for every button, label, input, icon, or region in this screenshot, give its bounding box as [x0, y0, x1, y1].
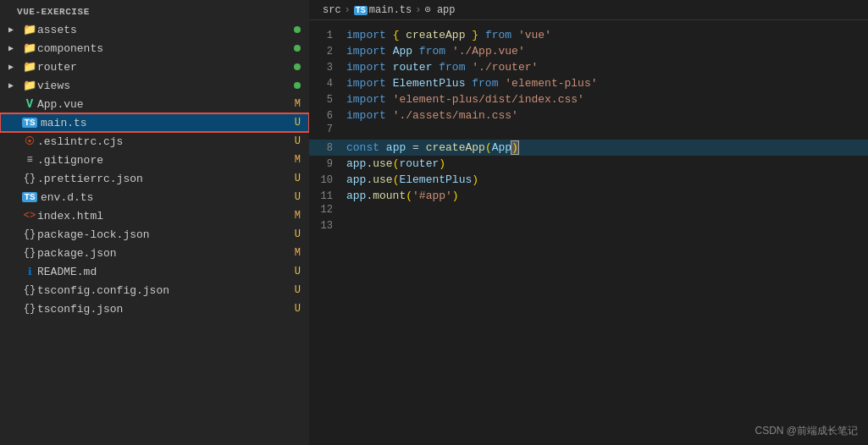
json-icon: {}: [22, 303, 37, 315]
item-label: README.md: [37, 266, 295, 278]
code-line-12: 12: [309, 204, 868, 220]
sidebar-item-eslintrc[interactable]: ▶ ⦿ .eslintrc.cjs U: [0, 132, 309, 151]
item-label: components: [37, 42, 294, 55]
status-badge: M: [295, 154, 301, 166]
line-number: 13: [316, 220, 346, 232]
item-label: assets: [37, 24, 294, 36]
status-badge: U: [295, 173, 301, 184]
code-line-6: 6 import './assets/main.css': [309, 107, 868, 124]
code-editor[interactable]: 1 import { createApp } from 'vue' 2 impo…: [309, 20, 868, 445]
eslint-icon: ⦿: [22, 135, 37, 148]
line-number: 1: [316, 30, 346, 41]
line-content: import ElementPlus from 'element-plus': [346, 75, 861, 91]
line-content: app.use(ElementPlus): [346, 172, 861, 188]
item-label: .eslintrc.cjs: [37, 135, 295, 148]
line-number: 8: [316, 142, 346, 154]
code-line-5: 5 import 'element-plus/dist/index.css': [309, 91, 868, 107]
item-label: index.html: [37, 210, 295, 222]
status-badge: U: [295, 266, 301, 277]
sidebar-item-app-vue[interactable]: ▶ V App.vue M: [0, 95, 309, 113]
editor-area: src › TSmain.ts › ⊙ app 1 import { creat…: [309, 0, 868, 445]
arrow-icon: ▶: [8, 25, 22, 35]
line-content: app.mount('#app'): [346, 188, 861, 204]
sidebar: VUE-EXERCISE ▶ 📁 assets ▶ 📁 components ▶…: [0, 0, 309, 445]
code-line-13: 13: [309, 220, 868, 236]
ts-icon: TS: [22, 118, 37, 128]
sidebar-item-prettierrc[interactable]: ▶ {} .prettierrc.json U: [0, 169, 309, 188]
git-icon: ≡: [22, 154, 37, 166]
line-number: 7: [316, 124, 346, 135]
item-label: router: [37, 61, 294, 74]
item-label: .gitignore: [37, 154, 295, 167]
code-line-4: 4 import ElementPlus from 'element-plus': [309, 75, 868, 91]
arrow-icon: ▶: [8, 62, 22, 72]
line-number: 6: [316, 110, 346, 122]
code-line-1: 1 import { createApp } from 'vue': [309, 27, 868, 43]
item-label: views: [37, 80, 294, 92]
sidebar-item-assets[interactable]: ▶ 📁 assets: [0, 20, 309, 39]
status-dot: [294, 26, 301, 33]
sidebar-item-index-html[interactable]: ▶ <> index.html M: [0, 206, 309, 225]
line-number: 10: [316, 174, 346, 186]
sidebar-item-components[interactable]: ▶ 📁 components: [0, 39, 309, 58]
breadcrumb: src › TSmain.ts › ⊙ app: [309, 0, 868, 20]
status-badge: U: [295, 228, 301, 240]
sidebar-item-readme[interactable]: ▶ ℹ README.md U: [0, 262, 309, 281]
status-badge: M: [295, 247, 301, 259]
sidebar-item-router[interactable]: ▶ 📁 router: [0, 58, 309, 76]
json-icon: {}: [22, 228, 37, 240]
status-badge: U: [295, 303, 301, 315]
line-content: import './assets/main.css': [346, 107, 861, 124]
line-number: 4: [316, 78, 346, 90]
ts-icon: TS: [22, 192, 37, 202]
code-line-9: 9 app.use(router): [309, 156, 868, 172]
sidebar-item-main-ts[interactable]: ▶ TS main.ts U: [0, 113, 309, 132]
item-label: package-lock.json: [37, 228, 295, 241]
folder-icon: 📁: [22, 23, 37, 36]
status-badge: U: [295, 117, 301, 129]
breadcrumb-sep1: ›: [345, 4, 351, 16]
status-badge: U: [295, 135, 301, 147]
code-line-2: 2 import App from './App.vue': [309, 43, 868, 59]
line-number: 2: [316, 46, 346, 58]
sidebar-item-views[interactable]: ▶ 📁 views: [0, 76, 309, 95]
line-content: import { createApp } from 'vue': [346, 27, 861, 43]
line-number: 9: [316, 158, 346, 170]
code-line-7: 7: [309, 124, 868, 140]
breadcrumb-src: src: [323, 4, 341, 16]
sidebar-item-gitignore[interactable]: ▶ ≡ .gitignore M: [0, 151, 309, 169]
watermark: CSDN @前端成长笔记: [755, 424, 858, 438]
sidebar-item-package-json[interactable]: ▶ {} package.json M: [0, 244, 309, 262]
line-number: 5: [316, 94, 346, 106]
status-badge: U: [295, 284, 301, 296]
line-content: const app = createApp(App): [346, 140, 861, 156]
item-label: package.json: [37, 247, 295, 260]
status-badge: M: [295, 210, 301, 222]
line-content: import App from './App.vue': [346, 43, 861, 59]
main-layout: VUE-EXERCISE ▶ 📁 assets ▶ 📁 components ▶…: [0, 0, 868, 445]
line-content: app.use(router): [346, 156, 861, 172]
sidebar-item-tsconfig[interactable]: ▶ {} tsconfig.json U: [0, 299, 309, 318]
code-line-10: 10 app.use(ElementPlus): [309, 172, 868, 188]
item-label: tsconfig.json: [37, 303, 295, 316]
status-dot: [294, 45, 301, 52]
status-dot: [294, 63, 301, 70]
sidebar-header: VUE-EXERCISE: [0, 3, 309, 20]
item-label: App.vue: [37, 98, 295, 111]
json-icon: {}: [22, 284, 37, 296]
folder-icon: 📁: [22, 60, 37, 74]
line-number: 12: [316, 204, 346, 216]
arrow-icon: ▶: [8, 80, 22, 91]
breadcrumb-sep2: ›: [415, 4, 421, 16]
sidebar-item-tsconfig-config[interactable]: ▶ {} tsconfig.config.json U: [0, 281, 309, 299]
folder-icon: 📁: [22, 79, 37, 92]
status-badge: U: [295, 191, 301, 203]
code-line-8: 8 const app = createApp(App): [309, 140, 868, 156]
sidebar-item-env-d[interactable]: ▶ TS env.d.ts U: [0, 188, 309, 206]
item-label: .prettierrc.json: [37, 173, 295, 185]
json-icon: {}: [22, 173, 37, 184]
code-line-3: 3 import router from './router': [309, 59, 868, 75]
line-content: import router from './router': [346, 59, 861, 75]
sidebar-item-package-lock[interactable]: ▶ {} package-lock.json U: [0, 225, 309, 244]
item-label: tsconfig.config.json: [37, 284, 295, 297]
